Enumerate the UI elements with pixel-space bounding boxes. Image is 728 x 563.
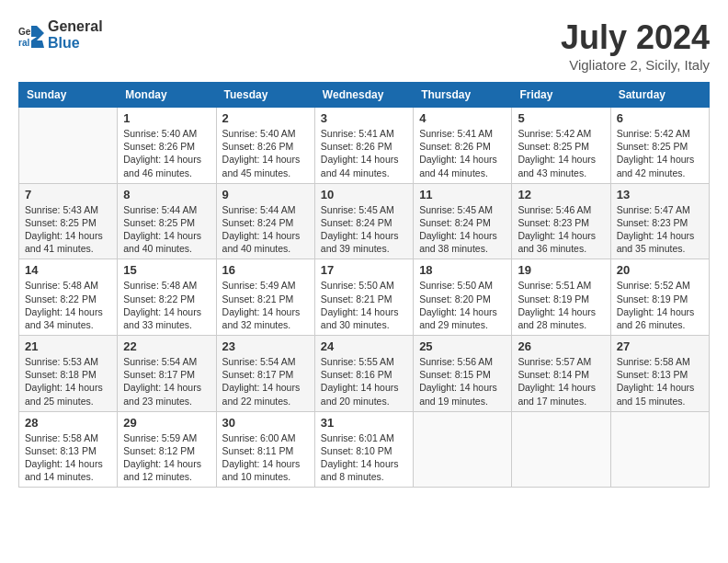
- main-title: July 2024: [561, 18, 710, 57]
- day-number: 11: [419, 188, 506, 201]
- day-info: Sunrise: 5:50 AM Sunset: 8:20 PM Dayligh…: [419, 279, 506, 331]
- day-number: 28: [25, 416, 111, 430]
- day-cell-4: 4Sunrise: 5:41 AM Sunset: 8:26 PM Daylig…: [414, 108, 512, 184]
- day-info: Sunrise: 5:42 AM Sunset: 8:25 PM Dayligh…: [518, 127, 604, 179]
- day-info: Sunrise: 5:45 AM Sunset: 8:24 PM Dayligh…: [321, 203, 407, 256]
- day-info: Sunrise: 5:54 AM Sunset: 8:17 PM Dayligh…: [222, 355, 309, 408]
- day-cell-3: 3Sunrise: 5:41 AM Sunset: 8:26 PM Daylig…: [314, 108, 413, 184]
- weekday-header-tuesday: Tuesday: [216, 83, 314, 108]
- day-info: Sunrise: 5:44 AM Sunset: 8:24 PM Dayligh…: [222, 203, 309, 256]
- day-number: 7: [25, 188, 111, 201]
- calendar-week-4: 21Sunrise: 5:53 AM Sunset: 8:18 PM Dayli…: [19, 336, 710, 412]
- day-number: 13: [617, 188, 703, 201]
- day-info: Sunrise: 5:43 AM Sunset: 8:25 PM Dayligh…: [25, 203, 111, 256]
- day-number: 6: [617, 111, 703, 125]
- calendar-week-2: 7Sunrise: 5:43 AM Sunset: 8:25 PM Daylig…: [19, 183, 710, 259]
- day-cell-9: 9Sunrise: 5:44 AM Sunset: 8:24 PM Daylig…: [216, 183, 314, 259]
- day-cell-7: 7Sunrise: 5:43 AM Sunset: 8:25 PM Daylig…: [19, 183, 118, 259]
- day-info: Sunrise: 5:48 AM Sunset: 8:22 PM Dayligh…: [25, 279, 111, 331]
- day-cell-20: 20Sunrise: 5:52 AM Sunset: 8:19 PM Dayli…: [610, 259, 709, 336]
- logo-general: General: [48, 18, 103, 35]
- day-info: Sunrise: 5:41 AM Sunset: 8:26 PM Dayligh…: [321, 127, 407, 179]
- day-cell-18: 18Sunrise: 5:50 AM Sunset: 8:20 PM Dayli…: [414, 259, 512, 336]
- day-info: Sunrise: 5:55 AM Sunset: 8:16 PM Dayligh…: [321, 355, 407, 408]
- day-cell-27: 27Sunrise: 5:58 AM Sunset: 8:13 PM Dayli…: [610, 336, 709, 412]
- day-cell-29: 29Sunrise: 5:59 AM Sunset: 8:12 PM Dayli…: [118, 411, 216, 488]
- day-info: Sunrise: 5:52 AM Sunset: 8:19 PM Dayligh…: [617, 279, 703, 331]
- day-number: 10: [321, 188, 407, 201]
- day-number: 24: [321, 339, 407, 353]
- day-info: Sunrise: 5:46 AM Sunset: 8:23 PM Dayligh…: [518, 203, 604, 256]
- weekday-header-row: SundayMondayTuesdayWednesdayThursdayFrid…: [19, 83, 710, 108]
- day-cell-14: 14Sunrise: 5:48 AM Sunset: 8:22 PM Dayli…: [19, 259, 118, 336]
- day-info: Sunrise: 5:41 AM Sunset: 8:26 PM Dayligh…: [419, 127, 506, 179]
- day-info: Sunrise: 5:48 AM Sunset: 8:22 PM Dayligh…: [123, 279, 210, 331]
- day-number: 2: [222, 111, 309, 125]
- calendar-week-3: 14Sunrise: 5:48 AM Sunset: 8:22 PM Dayli…: [19, 259, 710, 336]
- weekday-header-wednesday: Wednesday: [314, 83, 413, 108]
- day-number: 25: [419, 339, 506, 353]
- day-info: Sunrise: 5:44 AM Sunset: 8:25 PM Dayligh…: [123, 203, 210, 256]
- calendar-week-5: 28Sunrise: 5:58 AM Sunset: 8:13 PM Dayli…: [19, 411, 710, 488]
- day-info: Sunrise: 5:40 AM Sunset: 8:26 PM Dayligh…: [123, 127, 210, 179]
- logo: Gene ral General Blue: [18, 18, 103, 51]
- day-number: 21: [25, 339, 111, 353]
- day-cell-15: 15Sunrise: 5:48 AM Sunset: 8:22 PM Dayli…: [118, 259, 216, 336]
- day-info: Sunrise: 5:58 AM Sunset: 8:13 PM Dayligh…: [617, 355, 703, 408]
- logo-blue: Blue: [48, 35, 103, 52]
- weekday-header-sunday: Sunday: [19, 83, 118, 108]
- calendar-week-1: 1Sunrise: 5:40 AM Sunset: 8:26 PM Daylig…: [19, 108, 710, 184]
- day-number: 16: [222, 263, 309, 277]
- day-cell-21: 21Sunrise: 5:53 AM Sunset: 8:18 PM Dayli…: [19, 336, 118, 412]
- day-cell-25: 25Sunrise: 5:56 AM Sunset: 8:15 PM Dayli…: [414, 336, 512, 412]
- day-info: Sunrise: 5:42 AM Sunset: 8:25 PM Dayligh…: [617, 127, 703, 179]
- day-cell-23: 23Sunrise: 5:54 AM Sunset: 8:17 PM Dayli…: [216, 336, 314, 412]
- day-number: 4: [419, 111, 506, 125]
- day-number: 26: [518, 339, 604, 353]
- day-cell-31: 31Sunrise: 6:01 AM Sunset: 8:10 PM Dayli…: [314, 411, 413, 488]
- day-number: 14: [25, 263, 111, 277]
- day-number: 9: [222, 188, 309, 201]
- day-cell-11: 11Sunrise: 5:45 AM Sunset: 8:24 PM Dayli…: [414, 183, 512, 259]
- day-cell-26: 26Sunrise: 5:57 AM Sunset: 8:14 PM Dayli…: [512, 336, 610, 412]
- day-cell-empty-4-6: [610, 411, 709, 488]
- calendar-table: SundayMondayTuesdayWednesdayThursdayFrid…: [18, 82, 710, 488]
- weekday-header-thursday: Thursday: [414, 83, 512, 108]
- day-cell-30: 30Sunrise: 6:00 AM Sunset: 8:11 PM Dayli…: [216, 411, 314, 488]
- day-number: 23: [222, 339, 309, 353]
- day-number: 8: [123, 188, 210, 201]
- logo-icon: Gene ral: [18, 22, 44, 48]
- day-info: Sunrise: 5:40 AM Sunset: 8:26 PM Dayligh…: [222, 127, 309, 179]
- day-cell-6: 6Sunrise: 5:42 AM Sunset: 8:25 PM Daylig…: [610, 108, 709, 184]
- logo-text: General Blue: [48, 18, 103, 51]
- day-number: 3: [321, 111, 407, 125]
- day-info: Sunrise: 5:51 AM Sunset: 8:19 PM Dayligh…: [518, 279, 604, 331]
- day-info: Sunrise: 5:49 AM Sunset: 8:21 PM Dayligh…: [222, 279, 309, 331]
- day-info: Sunrise: 5:45 AM Sunset: 8:24 PM Dayligh…: [419, 203, 506, 256]
- title-area: July 2024 Vigliatore 2, Sicily, Italy: [561, 18, 710, 73]
- day-cell-1: 1Sunrise: 5:40 AM Sunset: 8:26 PM Daylig…: [118, 108, 216, 184]
- weekday-header-monday: Monday: [118, 83, 216, 108]
- day-cell-24: 24Sunrise: 5:55 AM Sunset: 8:16 PM Dayli…: [314, 336, 413, 412]
- day-number: 12: [518, 188, 604, 201]
- day-cell-12: 12Sunrise: 5:46 AM Sunset: 8:23 PM Dayli…: [512, 183, 610, 259]
- day-number: 17: [321, 263, 407, 277]
- header: Gene ral General Blue July 2024 Vigliato…: [18, 18, 710, 73]
- day-info: Sunrise: 5:56 AM Sunset: 8:15 PM Dayligh…: [419, 355, 506, 408]
- day-info: Sunrise: 5:59 AM Sunset: 8:12 PM Dayligh…: [123, 431, 210, 484]
- day-cell-22: 22Sunrise: 5:54 AM Sunset: 8:17 PM Dayli…: [118, 336, 216, 412]
- day-info: Sunrise: 5:53 AM Sunset: 8:18 PM Dayligh…: [25, 355, 111, 408]
- day-info: Sunrise: 5:50 AM Sunset: 8:21 PM Dayligh…: [321, 279, 407, 331]
- day-cell-empty-0-0: [19, 108, 118, 184]
- day-number: 15: [123, 263, 210, 277]
- day-cell-28: 28Sunrise: 5:58 AM Sunset: 8:13 PM Dayli…: [19, 411, 118, 488]
- day-cell-19: 19Sunrise: 5:51 AM Sunset: 8:19 PM Dayli…: [512, 259, 610, 336]
- day-cell-2: 2Sunrise: 5:40 AM Sunset: 8:26 PM Daylig…: [216, 108, 314, 184]
- day-info: Sunrise: 5:54 AM Sunset: 8:17 PM Dayligh…: [123, 355, 210, 408]
- day-number: 18: [419, 263, 506, 277]
- day-number: 19: [518, 263, 604, 277]
- day-number: 27: [617, 339, 703, 353]
- day-number: 1: [123, 111, 210, 125]
- day-info: Sunrise: 5:47 AM Sunset: 8:23 PM Dayligh…: [617, 203, 703, 256]
- svg-marker-2: [31, 26, 44, 48]
